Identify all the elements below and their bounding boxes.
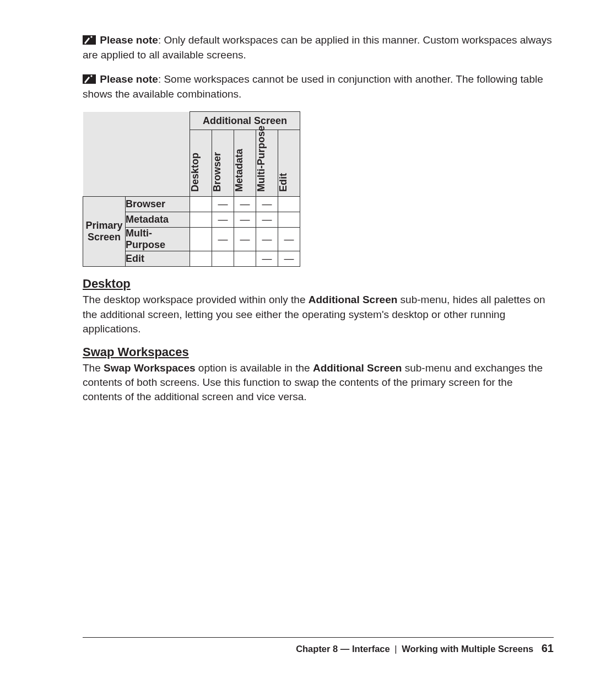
heading-swap: Swap Workspaces: [83, 345, 554, 359]
row-label: Metadata: [126, 212, 190, 228]
heading-desktop: Desktop: [83, 277, 554, 291]
note-label: Please note: [100, 34, 158, 46]
footer-separator: |: [394, 644, 397, 654]
paragraph-desktop: The desktop workspace provided within on…: [83, 293, 554, 336]
row-label: Edit: [126, 251, 190, 267]
col-header-metadata: Metadata: [234, 130, 256, 197]
table-row: PrimaryScreen Browser — — —: [83, 197, 300, 212]
row-group-label: PrimaryScreen: [83, 197, 126, 267]
row-label: Multi-Purpose: [126, 228, 190, 251]
note-block-1: Please note: Only default workspaces can…: [83, 33, 554, 62]
document-page: Please note: Only default workspaces can…: [0, 0, 595, 700]
table-top-header: Additional Screen: [190, 112, 300, 130]
col-header-multipurpose: Multi-Purpose: [256, 130, 278, 197]
note-icon: [83, 35, 96, 45]
col-header-edit: Edit: [278, 130, 300, 197]
page-footer: Chapter 8 — Interface | Working with Mul…: [83, 637, 554, 655]
row-label: Browser: [126, 197, 190, 212]
col-header-browser: Browser: [212, 130, 234, 197]
footer-chapter: Chapter 8 — Interface: [296, 644, 390, 654]
note-icon: [83, 74, 96, 84]
compatibility-table: Additional Screen Desktop Browser Metada…: [83, 111, 554, 267]
footer-rule: [83, 637, 554, 638]
col-header-desktop: Desktop: [190, 130, 212, 197]
footer-section: Working with Multiple Screens: [402, 644, 533, 654]
note-label: Please note: [100, 73, 158, 85]
page-number: 61: [542, 642, 554, 654]
paragraph-swap: The Swap Workspaces option is available …: [83, 361, 554, 405]
note-block-2: Please note: Some workspaces cannot be u…: [83, 72, 554, 101]
